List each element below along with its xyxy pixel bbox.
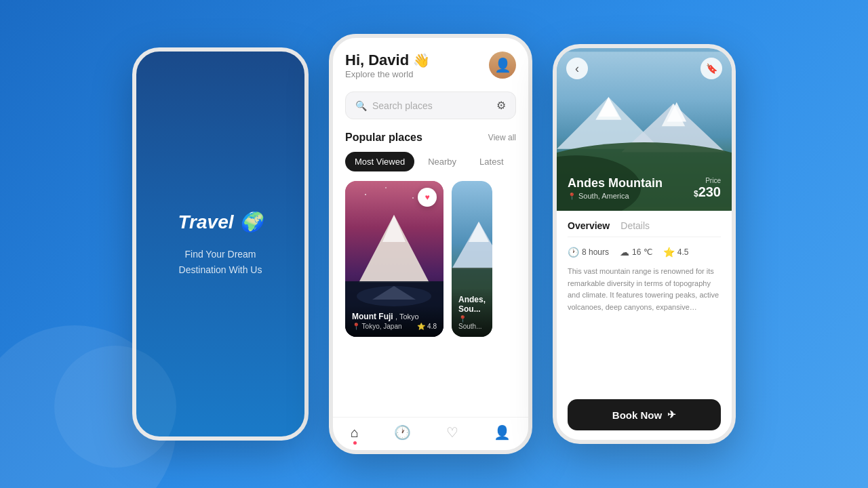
hero-info: Andes Mountain 📍 South, America Price $2… bbox=[568, 176, 721, 200]
card-info-andes-partial: Andes, Sou... 📍 South... bbox=[452, 288, 492, 337]
splash-tagline: Find Your Dream Destination With Us bbox=[179, 247, 262, 277]
tab-nearby[interactable]: Nearby bbox=[418, 152, 466, 171]
card-name-andes: Andes, Sou... bbox=[458, 295, 486, 314]
view-all-link[interactable]: View all bbox=[488, 133, 516, 142]
tab-latest[interactable]: Latest bbox=[470, 152, 513, 171]
home-screen: Hi, David 👋 Explore the world 👤 🔍 Search… bbox=[329, 34, 532, 454]
active-dot bbox=[353, 441, 357, 445]
back-icon: ‹ bbox=[575, 62, 579, 76]
card-location-row-fuji: 📍 Tokyo, Japan ⭐ 4.8 bbox=[352, 323, 437, 330]
temp-value: 16 ℃ bbox=[632, 247, 652, 257]
greeting-text: Hi, David 👋 bbox=[345, 52, 430, 69]
tab-most-viewed[interactable]: Most Viewed bbox=[345, 152, 414, 171]
svg-point-3 bbox=[412, 197, 414, 199]
splash-screen: Travel 🌍 Find Your Dream Destination Wit… bbox=[132, 47, 309, 441]
subtitle-text: Explore the world bbox=[345, 69, 430, 79]
place-card-fuji[interactable]: ♥ Mount Fuji , Tokyo 📍 Tokyo, Japan ⭐ 4.… bbox=[345, 181, 443, 337]
search-icon: 🔍 bbox=[355, 100, 367, 111]
filter-icon[interactable]: ⚙ bbox=[496, 99, 506, 112]
heart-nav-icon: ♡ bbox=[446, 424, 458, 441]
book-now-button[interactable]: Book Now ✈ bbox=[568, 399, 721, 430]
tab-details[interactable]: Details bbox=[620, 220, 650, 231]
favorite-btn-fuji[interactable]: ♥ bbox=[418, 188, 437, 207]
nav-history[interactable]: 🕐 bbox=[394, 424, 411, 441]
stat-hours: 🕐 8 hours bbox=[568, 247, 609, 258]
hero-location-row: 📍 South, America bbox=[568, 192, 663, 200]
greeting-block: Hi, David 👋 Explore the world bbox=[345, 52, 430, 89]
globe-icon: 🌍 bbox=[239, 211, 263, 233]
card-location-andes: 📍 South... bbox=[458, 315, 486, 330]
card-name-fuji: Mount Fuji , Tokyo bbox=[352, 312, 437, 321]
stat-temp: ☁ 16 ℃ bbox=[620, 247, 652, 258]
card-rating-fuji: ⭐ 4.8 bbox=[417, 323, 437, 330]
place-cards: ♥ Mount Fuji , Tokyo 📍 Tokyo, Japan ⭐ 4.… bbox=[345, 181, 516, 337]
save-button[interactable]: 🔖 bbox=[701, 58, 722, 79]
currency-symbol: $ bbox=[694, 189, 698, 199]
clock-stat-icon: 🕐 bbox=[568, 247, 579, 258]
home-header: Hi, David 👋 Explore the world 👤 bbox=[345, 52, 516, 89]
avatar: 👤 bbox=[489, 52, 516, 79]
place-description: This vast mountain range is renowned for… bbox=[568, 266, 721, 313]
bottom-nav: ⌂ 🕐 ♡ 👤 bbox=[333, 417, 528, 450]
price-value: $230 bbox=[694, 184, 721, 200]
search-bar[interactable]: 🔍 Search places ⚙ bbox=[345, 92, 516, 119]
bookmark-icon: 🔖 bbox=[706, 63, 717, 74]
hero-place-name: Andes Mountain bbox=[568, 176, 663, 190]
price-label: Price bbox=[694, 177, 721, 184]
card-info-fuji: Mount Fuji , Tokyo 📍 Tokyo, Japan ⭐ 4.8 bbox=[345, 305, 443, 337]
svg-point-1 bbox=[365, 194, 366, 195]
heart-icon: ♥ bbox=[425, 192, 429, 202]
hero-image: ‹ 🔖 Andes Mountain 📍 South, America Pric… bbox=[557, 48, 732, 211]
tab-overview[interactable]: Overview bbox=[568, 220, 610, 231]
clock-icon: 🕐 bbox=[394, 424, 411, 441]
overview-tabs: Overview Details bbox=[568, 220, 721, 237]
search-input[interactable]: Search places bbox=[372, 100, 491, 111]
hero-name-block: Andes Mountain 📍 South, America bbox=[568, 176, 663, 200]
price-block: Price $230 bbox=[694, 177, 721, 200]
hero-location: South, America bbox=[578, 192, 629, 200]
detail-screen: ‹ 🔖 Andes Mountain 📍 South, America Pric… bbox=[553, 44, 736, 444]
card-location-row-andes: 📍 South... bbox=[458, 315, 486, 330]
svg-point-2 bbox=[385, 187, 387, 188]
nav-home[interactable]: ⌂ bbox=[351, 425, 359, 441]
back-button[interactable]: ‹ bbox=[566, 58, 588, 79]
nav-favorites[interactable]: ♡ bbox=[446, 424, 458, 441]
avatar-face: 👤 bbox=[489, 52, 516, 79]
app-name: Travel bbox=[178, 211, 234, 233]
rating-value: 4.5 bbox=[677, 247, 689, 257]
location-pin-icon: 📍 bbox=[568, 192, 576, 200]
section-title: Popular places bbox=[345, 131, 422, 144]
nav-profile[interactable]: 👤 bbox=[494, 424, 511, 441]
card-location-fuji: 📍 Tokyo, Japan bbox=[352, 323, 402, 330]
section-header: Popular places View all bbox=[345, 131, 516, 144]
plane-icon: ✈ bbox=[667, 409, 676, 421]
cloud-stat-icon: ☁ bbox=[620, 247, 629, 258]
place-card-andes[interactable]: Andes, Sou... 📍 South... bbox=[452, 181, 492, 337]
profile-icon: 👤 bbox=[494, 424, 511, 441]
detail-body: Overview Details 🕐 8 hours ☁ 16 ℃ ⭐ 4.5 … bbox=[557, 211, 732, 392]
home-icon: ⌂ bbox=[351, 425, 359, 441]
stat-rating: ⭐ 4.5 bbox=[663, 247, 689, 258]
app-logo: Travel 🌍 bbox=[178, 211, 263, 233]
filter-tabs: Most Viewed Nearby Latest bbox=[345, 152, 516, 171]
hours-value: 8 hours bbox=[582, 247, 609, 257]
star-stat-icon: ⭐ bbox=[663, 247, 675, 258]
stats-row: 🕐 8 hours ☁ 16 ℃ ⭐ 4.5 bbox=[568, 247, 721, 258]
